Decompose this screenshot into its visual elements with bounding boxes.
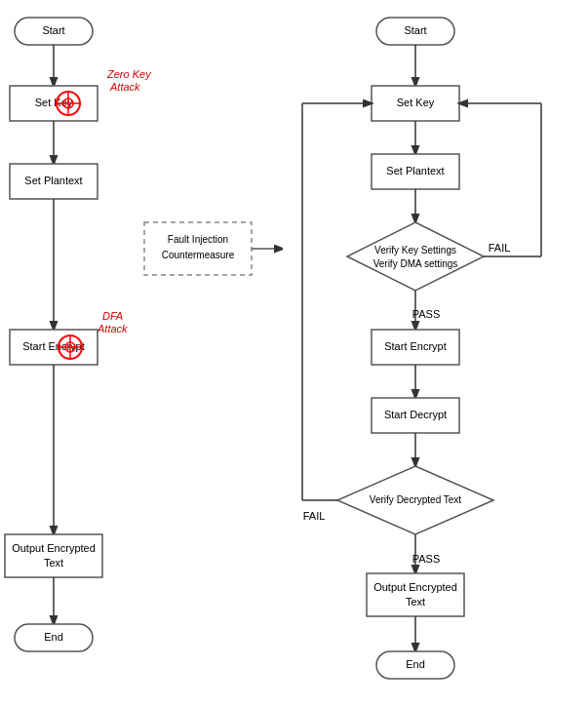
left-diagram-svg: Start Set Key Zero Key Attack Set Plante… [0,0,283,707]
right-pass2-label: PASS [412,553,441,565]
left-output-label2: Text [44,557,63,569]
right-fail2-label: FAIL [303,510,326,522]
right-output-label: Output Encrypted [373,581,457,593]
dfa-attack-label2: Attack [97,323,128,334]
right-verifydecrypted-label: Verify Decrypted Text [370,494,462,505]
fault-injection-label: Fault Injection [168,234,228,245]
right-startencrypt-label: Start Encrypt [384,340,447,352]
fault-injection-label2: Countermeasure [162,250,235,260]
zero-key-attack-label: Zero Key [106,68,152,80]
left-output-label: Output Encrypted [12,542,96,554]
left-end-label: End [44,631,63,643]
right-start-label: Start [404,24,426,36]
svg-marker-27 [347,222,484,291]
right-verifykey-label: Verify Key Settings [374,245,456,255]
right-verifykey-label2: Verify DMA settings [373,258,458,269]
left-start-label: Start [42,24,64,36]
diagram-container: Start Set Key Zero Key Attack Set Plante… [0,0,588,707]
right-end-label: End [406,658,425,670]
left-setplaintext-label: Set Plantext [24,175,82,186]
dfa-attack-label: DFA [102,310,123,322]
right-pass1-label: PASS [412,308,441,320]
zero-key-attack-label2: Attack [109,81,140,93]
right-output-label2: Text [406,596,425,608]
right-fail1-label: FAIL [489,242,511,254]
right-setkey-label: Set Key [397,97,435,108]
right-diagram-svg: Start Set Key Set Plantext Verify Key Se… [293,0,588,707]
right-setplaintext-label: Set Plantext [386,165,444,177]
right-startdecrypt-label: Start Decrypt [384,409,447,420]
